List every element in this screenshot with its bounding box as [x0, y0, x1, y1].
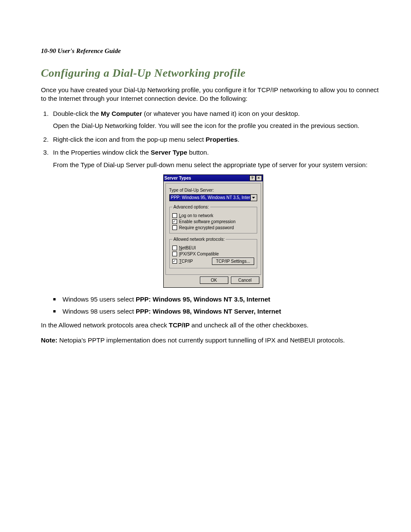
server-types-dialog: Server Types ? × Type of Dial-Up Server:… [163, 174, 263, 288]
help-icon[interactable]: ? [249, 175, 255, 181]
netbeui-label: NetBEUI [179, 246, 196, 250]
logon-label: Log on to network [179, 213, 214, 218]
compress-label: Enable software compression [179, 219, 236, 224]
steps-list: Double-click the My Computer (or whateve… [41, 109, 385, 169]
document-page: 10-90 User's Reference Guide Configuring… [0, 0, 411, 368]
protocols-group: Allowed network protocols: NetBEUI IPX/S… [169, 237, 257, 268]
encrypt-label: Require encrypted password [179, 225, 234, 230]
step-3: In the Properties window click the Serve… [50, 148, 385, 169]
step-1-bold: My Computer [101, 110, 142, 117]
bullet-win95-b: PPP: Windows 95, Windows NT 3.5, Interne… [136, 296, 270, 303]
step-3-bold: Server Type [151, 149, 187, 156]
encrypt-row: Require encrypted password [172, 225, 254, 230]
bullet-win98: Windows 98 users select PPP: Windows 98,… [62, 307, 385, 316]
compress-checkbox[interactable] [172, 219, 177, 224]
type-label: Type of Dial-Up Server: [169, 188, 257, 193]
advanced-legend: Advanced options: [172, 205, 210, 209]
ipx-row: IPX/SPX Compatible [172, 252, 254, 256]
step-2: Right-click the icon and from the pop-up… [50, 135, 385, 144]
advanced-options-group: Advanced options: Log on to network Enab… [169, 205, 257, 233]
tcpip-settings-button[interactable]: TCP/IP Settings... [212, 258, 254, 265]
chevron-down-icon[interactable] [251, 194, 257, 201]
protocols-legend: Allowed network protocols: [172, 237, 226, 242]
bullet-win98-b: PPP: Windows 98, Windows NT Server, Inte… [136, 308, 281, 315]
tcpip-checkbox[interactable] [172, 259, 177, 264]
step-1: Double-click the My Computer (or whateve… [50, 109, 385, 131]
dialog-buttons: OK Cancel [164, 277, 263, 287]
tcpip-row: TCP/IP TCP/IP Settings... [172, 258, 254, 265]
close-icon[interactable]: × [256, 175, 262, 181]
ipx-checkbox[interactable] [172, 252, 177, 256]
after1-a: In the Allowed network protocols area ch… [41, 321, 169, 329]
netbeui-row: NetBEUI [172, 246, 254, 250]
intro-paragraph: Once you have created your Dial-Up Netwo… [41, 86, 385, 103]
after1-b: TCP/IP [169, 321, 190, 329]
dialog-figure: Server Types ? × Type of Dial-Up Server:… [41, 174, 385, 288]
step-3-text-a: In the Properties window click the [53, 149, 151, 156]
server-type-dropdown[interactable]: PPP: Windows 95, Windows NT 3.5, Interne… [169, 194, 257, 201]
logon-row: Log on to network [172, 213, 254, 218]
step-1-text-a: Double-click the [53, 110, 101, 117]
dialog-title: Server Types [165, 176, 191, 180]
note-text: Netopia's PPTP implementation does not c… [57, 336, 345, 344]
step-1-sub: Open the Dial-Up Networking folder. You … [53, 121, 385, 130]
step-2-text-a: Right-click the icon and from the pop-up… [53, 136, 206, 143]
step-2-text-c: . [238, 136, 240, 143]
logon-checkbox[interactable] [172, 213, 177, 218]
compress-row: Enable software compression [172, 219, 254, 224]
page-header: 10-90 User's Reference Guide [41, 47, 385, 55]
server-type-value: PPP: Windows 95, Windows NT 3.5, Interne… [169, 194, 251, 201]
bullet-win98-a: Windows 98 users select [62, 308, 136, 315]
ok-button[interactable]: OK [200, 277, 228, 284]
encrypt-checkbox[interactable] [172, 225, 177, 230]
after-paragraph-1: In the Allowed network protocols area ch… [41, 321, 385, 330]
step-3-sub: From the Type of Dial-up Server pull-dow… [53, 161, 385, 169]
bullet-win95-a: Windows 95 users select [62, 296, 136, 303]
dialog-panel: Type of Dial-Up Server: PPP: Windows 95,… [165, 183, 261, 275]
section-title: Configuring a Dial-Up Networking profile [41, 67, 385, 80]
note-paragraph: Note: Netopia's PPTP implementation does… [41, 336, 385, 345]
step-3-text-c: button. [187, 149, 209, 156]
step-1-text-c: (or whatever you have named it) icon on … [142, 110, 300, 117]
note-label: Note: [41, 336, 57, 344]
cancel-button[interactable]: Cancel [231, 277, 259, 284]
netbeui-checkbox[interactable] [172, 246, 177, 250]
after1-c: and uncheck all of the other checkboxes. [190, 321, 308, 329]
step-2-bold: Properties [206, 136, 237, 143]
bullet-win95: Windows 95 users select PPP: Windows 95,… [62, 295, 385, 304]
ipx-label: IPX/SPX Compatible [179, 252, 219, 256]
os-bullets: Windows 95 users select PPP: Windows 95,… [41, 295, 385, 316]
svg-marker-0 [252, 197, 255, 199]
tcpip-label: TCP/IP [179, 259, 193, 264]
dialog-titlebar: Server Types ? × [164, 175, 263, 181]
